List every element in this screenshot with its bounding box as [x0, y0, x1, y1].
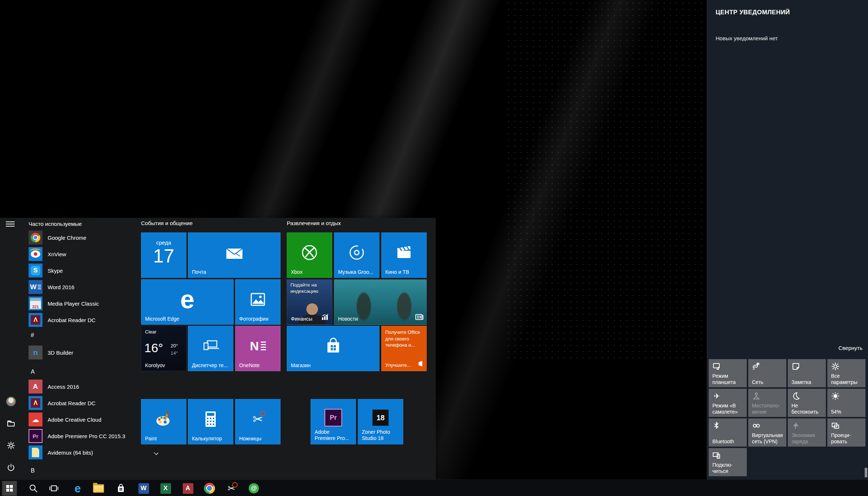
app-item-xnview[interactable]: XnView: [29, 247, 138, 261]
acrobat-reader-icon: Λ: [29, 313, 42, 327]
tile-label: Xbox: [291, 269, 303, 275]
collapse-link[interactable]: Свернуть: [838, 345, 863, 351]
qa-all-settings[interactable]: Всепараметры: [827, 359, 865, 387]
project-screens-icon: [831, 421, 840, 430]
taskbar-excel-button[interactable]: X: [158, 481, 173, 496]
groove-icon: [334, 233, 379, 272]
tile-label: OneNote: [239, 362, 260, 368]
hamburger-menu-button[interactable]: [6, 220, 15, 227]
xbox-icon: [287, 233, 332, 272]
moon-icon: [791, 392, 800, 400]
app-item-google-chrome[interactable]: Google Chrome: [29, 230, 138, 245]
tile-finance[interactable]: Подайте на индексацию Финансы: [287, 279, 332, 325]
tile-onenote[interactable]: N OneNote: [235, 326, 281, 371]
calculator-icon: [188, 399, 233, 439]
app-label: Skype: [48, 268, 63, 274]
section-header-b[interactable]: B: [31, 467, 35, 474]
settings-rail-button[interactable]: [6, 440, 16, 451]
tile-photos[interactable]: Фотографии: [235, 279, 281, 325]
taskbar-access-button[interactable]: A: [181, 481, 195, 496]
app-item-3d-builder[interactable]: n 3D Builder: [29, 345, 138, 360]
qa-bluetooth[interactable]: Bluetooth: [709, 418, 747, 447]
taskbar-search-button[interactable]: [26, 481, 41, 496]
weather-high: 20°: [171, 343, 178, 348]
connect-devices-icon: [712, 451, 721, 460]
app-item-media-player-classic[interactable]: 321 Media Player Classic: [29, 296, 138, 311]
qa-quiet-hours[interactable]: Небеспокоить: [788, 389, 826, 417]
finance-chart-icon: [322, 314, 329, 322]
app-item-acrobat-reader-a[interactable]: Λ Acrobat Reader DC: [29, 396, 138, 410]
section-header-hash[interactable]: #: [31, 332, 34, 339]
tile-zoner-photo-studio[interactable]: 18 Zoner Photo Studio 18: [358, 399, 403, 444]
tile-news[interactable]: Новости: [334, 279, 427, 325]
power-button[interactable]: [6, 462, 16, 473]
app-label: Adobe Creative Cloud: [48, 417, 101, 423]
app-item-acrobat-reader[interactable]: Λ Acrobat Reader DC: [29, 313, 138, 327]
action-center-scrollbar[interactable]: [865, 468, 867, 477]
qa-connect[interactable]: Подклю-читься: [709, 448, 747, 476]
tile-weather[interactable]: Clear 16° 20° 14° Korolyov: [141, 326, 186, 371]
tile-device-manager[interactable]: Диспетчер те...: [188, 326, 233, 371]
taskbar-mailru-agent-button[interactable]: @: [246, 481, 261, 496]
tile-group1-title[interactable]: События и общение: [141, 220, 193, 226]
taskbar-word-button[interactable]: W: [136, 481, 151, 496]
taskbar-chrome-button[interactable]: [202, 481, 217, 496]
tile-label: Ножницы: [239, 436, 261, 441]
tile-label: Магазин: [291, 362, 311, 368]
power-icon: [7, 463, 15, 472]
tile-get-office[interactable]: Получите Office для своего телефона и...…: [381, 326, 427, 371]
qa-project[interactable]: Проеци-ровать: [827, 418, 865, 447]
tile-label: Калькулятор: [192, 436, 222, 441]
qa-airplane-mode[interactable]: ✈ Режим «Всамолете»: [709, 389, 747, 417]
app-item-skype[interactable]: S Skype: [29, 263, 138, 278]
taskbar-edge-button[interactable]: e: [70, 481, 85, 496]
paint-palette-icon: [141, 399, 186, 439]
tile-mail[interactable]: Почта: [188, 232, 281, 278]
tile-store[interactable]: Магазин: [287, 326, 379, 371]
store-bag-icon: [116, 484, 126, 493]
tile-calendar[interactable]: среда 17: [141, 232, 186, 278]
file-explorer-rail-button[interactable]: [6, 418, 16, 429]
qa-vpn[interactable]: Виртуальнаясеть (VPN): [748, 418, 786, 447]
avidemux-icon: [29, 445, 42, 459]
app-item-adobe-premiere[interactable]: Pr Adobe Premiere Pro CC 2015.3: [29, 429, 138, 443]
user-account-button[interactable]: [6, 396, 16, 407]
app-item-avidemux[interactable]: Avidemux (64 bits): [29, 445, 138, 460]
tile-microsoft-edge[interactable]: e Microsoft Edge: [141, 279, 234, 325]
tile-paint[interactable]: Paint: [141, 399, 186, 444]
section-header-a[interactable]: A: [31, 369, 35, 375]
note-icon: [791, 362, 800, 371]
tile-groove-music[interactable]: Музыка Groo...: [334, 232, 379, 278]
no-notifications-message: Новых уведомлений нет: [716, 35, 778, 41]
start-button[interactable]: [2, 481, 17, 496]
task-view-button[interactable]: [47, 481, 61, 496]
qa-battery-saver[interactable]: Экономиязаряда: [788, 418, 826, 447]
qa-note[interactable]: Заметка: [788, 359, 826, 387]
chevron-down-icon[interactable]: [154, 450, 158, 455]
action-center: ЦЕНТР УВЕДОМЛЕНИЙ Новых уведомлений нет …: [707, 0, 868, 480]
tile-xbox[interactable]: Xbox: [287, 232, 332, 278]
gear-icon: [7, 441, 15, 450]
app-item-access-2016[interactable]: A Access 2016: [29, 379, 138, 394]
finance-headline: Подайте на индексацию: [290, 282, 329, 294]
qa-tablet-mode[interactable]: Режимпланшета: [709, 359, 747, 387]
taskbar-snipping-tool-button[interactable]: ✂: [224, 481, 239, 496]
tile-label: Новости: [338, 316, 358, 322]
tile-group2-title[interactable]: Развлечения и отдых: [287, 220, 341, 226]
tile-adobe-premiere[interactable]: Pr Adobe Premiere Pro...: [311, 399, 356, 444]
app-item-word-2016[interactable]: W Word 2016: [29, 280, 138, 294]
taskbar-file-explorer-button[interactable]: [91, 481, 106, 496]
app-label: Adobe Premiere Pro CC 2015.3: [48, 433, 125, 439]
tile-snipping-tool[interactable]: ✂ Ножницы: [235, 399, 281, 444]
qa-brightness[interactable]: 54%: [827, 389, 865, 417]
tile-movies-tv[interactable]: Кино и ТВ: [381, 232, 427, 278]
network-icon: [752, 362, 761, 371]
app-label: Access 2016: [48, 384, 79, 390]
qa-network[interactable]: Сеть: [748, 359, 786, 387]
weather-condition: Clear: [145, 329, 156, 335]
tile-calculator[interactable]: Калькулятор: [188, 399, 233, 444]
app-item-adobe-creative-cloud[interactable]: ☁ Adobe Creative Cloud: [29, 412, 138, 427]
app-label: Google Chrome: [48, 235, 86, 241]
qa-location[interactable]: Местополо-жение: [748, 389, 786, 417]
taskbar-store-button[interactable]: [114, 481, 128, 496]
